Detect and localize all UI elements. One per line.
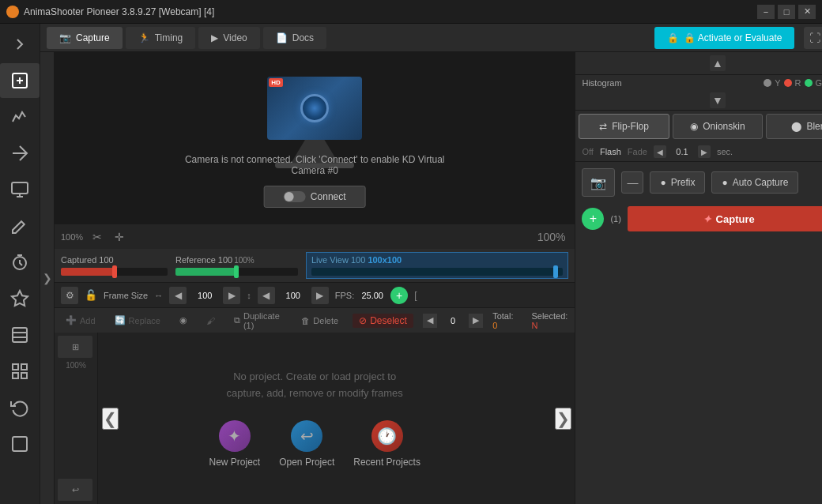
- delete-label: Delete: [313, 316, 338, 325]
- activate-label: 🔒 Activate or Evaluate: [684, 32, 782, 43]
- sidebar-item-undo[interactable]: [0, 390, 40, 425]
- captured-slider-bar[interactable]: [61, 268, 168, 276]
- add-frame-button[interactable]: +: [390, 287, 408, 304]
- sidebar-item-effects[interactable]: [0, 281, 40, 316]
- collapse-up-button[interactable]: ▲: [710, 55, 726, 71]
- auto-capture-button[interactable]: ● Auto Capture: [711, 171, 798, 194]
- sidebar-item-histogram[interactable]: [0, 100, 40, 134]
- sidebar-item-transform[interactable]: [0, 136, 40, 171]
- flip-flop-button[interactable]: ⇄ Flip-Flop: [579, 114, 669, 139]
- sidebar-item-brush[interactable]: [0, 209, 40, 243]
- recent-projects-label: Recent Projects: [353, 457, 420, 468]
- capture-camera-button[interactable]: 📷: [582, 168, 615, 197]
- svg-rect-12: [21, 364, 27, 370]
- liveview-section: Live View 100 100x100: [306, 252, 568, 279]
- recent-projects-button[interactable]: 🕐 Recent Projects: [353, 420, 420, 468]
- fullscreen-controls: ⛶ ⤢: [804, 27, 822, 49]
- hist-dot-0[interactable]: [764, 79, 771, 87]
- timeline-sidebar: ⊞ 100% ↩: [55, 333, 98, 504]
- counter-decrease[interactable]: ◀: [423, 314, 437, 328]
- move-icon[interactable]: ✛: [111, 229, 127, 245]
- new-project-button[interactable]: ✦ New Project: [209, 420, 261, 468]
- open-project-label: Open Project: [279, 457, 334, 468]
- tab-timing[interactable]: 🏃 Timing: [126, 27, 196, 49]
- tab-capture[interactable]: 📷 Capture: [47, 27, 123, 49]
- flash-value-increase[interactable]: ▶: [698, 145, 711, 158]
- onion-skin-button[interactable]: ◉: [175, 314, 192, 327]
- lock-icon[interactable]: 🔓: [85, 289, 97, 301]
- settings-icon[interactable]: ⚙: [61, 287, 78, 304]
- frame-height-decrease[interactable]: ◀: [258, 287, 275, 304]
- hist-dot-r[interactable]: [784, 79, 792, 87]
- sidebar-item-layers[interactable]: [0, 318, 40, 352]
- capture-num-label: (1): [610, 214, 620, 224]
- fullscreen-button[interactable]: ⛶: [804, 27, 822, 49]
- camera-not-connected-message: Camera is not connected. Click 'Connect'…: [185, 154, 445, 176]
- replace-button[interactable]: 🔄 Replace: [110, 314, 165, 327]
- tab-docs[interactable]: 📄 Docs: [263, 27, 326, 49]
- replace-icon: 🔄: [115, 315, 126, 325]
- sidebar-item-add[interactable]: [0, 63, 40, 98]
- flash-value: 0.1: [673, 147, 692, 156]
- sidebar-item-export[interactable]: [0, 427, 40, 461]
- nav-right-button[interactable]: ❯: [555, 408, 571, 430]
- frame-width-decrease[interactable]: ◀: [169, 287, 187, 304]
- activate-evaluate-button[interactable]: 🔒 🔒 Activate or Evaluate: [654, 27, 794, 49]
- capture-main-button[interactable]: ✦ Capture: [628, 206, 822, 231]
- close-button[interactable]: ✕: [798, 5, 816, 19]
- hist-dot-g[interactable]: [805, 79, 813, 87]
- nav-left-button[interactable]: ❮: [102, 408, 119, 430]
- flip-flop-icon: ⇄: [599, 121, 607, 132]
- sidebar-item-grid[interactable]: [0, 354, 40, 389]
- sidebar-item-view[interactable]: [0, 172, 40, 207]
- counter-increase[interactable]: ▶: [469, 314, 483, 328]
- counter-value: 0: [447, 316, 459, 325]
- svg-rect-3: [12, 182, 28, 194]
- connect-button[interactable]: Connect: [264, 186, 366, 208]
- content-area: 📷 Capture 🏃 Timing ▶ Video 📄 Docs 🔒 🔒 Ac…: [40, 24, 822, 504]
- frame-height-increase[interactable]: ▶: [311, 287, 329, 304]
- blend-button[interactable]: ⬤ Blend: [766, 114, 822, 139]
- crop-icon[interactable]: ✂: [89, 229, 105, 245]
- add-button[interactable]: ➕ Add: [61, 314, 100, 327]
- left-panel-toggle[interactable]: ❯: [40, 52, 55, 504]
- flash-flash[interactable]: Flash: [600, 147, 621, 156]
- sidebar-item-timer[interactable]: [0, 245, 40, 280]
- fps-label: FPS:: [335, 291, 354, 300]
- liveview-slider-bar[interactable]: [311, 268, 563, 276]
- delete-icon: 🗑: [301, 316, 310, 325]
- docs-tab-label: Docs: [292, 32, 314, 43]
- zoom-out-icon[interactable]: 100%: [534, 229, 569, 245]
- flash-off[interactable]: Off: [582, 147, 593, 156]
- maximize-button[interactable]: □: [778, 5, 795, 19]
- onionskin-button[interactable]: ◉ Onionskin: [673, 114, 763, 139]
- open-project-button[interactable]: ↩ Open Project: [279, 420, 334, 468]
- more-options[interactable]: [: [414, 290, 417, 301]
- deselect-button[interactable]: ⊘ Deselect: [353, 314, 413, 328]
- captured-thumb[interactable]: [112, 265, 117, 278]
- connect-button-container: Connect: [264, 186, 366, 208]
- flash-fade[interactable]: Fade: [628, 147, 647, 156]
- sidebar-toggle[interactable]: [0, 27, 40, 62]
- delete-button[interactable]: 🗑 Delete: [296, 314, 343, 327]
- minimize-button[interactable]: −: [757, 5, 775, 19]
- add-plus-button[interactable]: +: [582, 208, 604, 230]
- undo-button[interactable]: ↩: [58, 479, 92, 501]
- camera-view: HD Camera is not connected. Click 'Conne…: [55, 52, 575, 224]
- tab-video[interactable]: ▶ Video: [198, 27, 259, 49]
- collapse-down-button[interactable]: ▼: [710, 92, 726, 108]
- frame-width-increase[interactable]: ▶: [223, 287, 240, 304]
- flash-value-decrease[interactable]: ◀: [654, 145, 666, 158]
- frame-height-arrows: ↕: [247, 291, 251, 300]
- onion-icon: ◉: [179, 315, 187, 325]
- paint-button[interactable]: 🖌: [202, 314, 220, 327]
- timeline-grid-button[interactable]: ⊞: [58, 336, 92, 358]
- reference-slider-bar[interactable]: [175, 268, 298, 276]
- onionskin-icon: ◉: [690, 121, 698, 132]
- liveview-thumb[interactable]: [553, 265, 558, 278]
- reference-thumb[interactable]: [234, 265, 239, 278]
- prefix-button[interactable]: ● Prefix: [650, 171, 705, 194]
- duplicate-button[interactable]: ⧉ Duplicate (1): [229, 310, 287, 332]
- prefix-minus-button[interactable]: —: [621, 171, 643, 194]
- recent-projects-icon: 🕐: [371, 420, 403, 452]
